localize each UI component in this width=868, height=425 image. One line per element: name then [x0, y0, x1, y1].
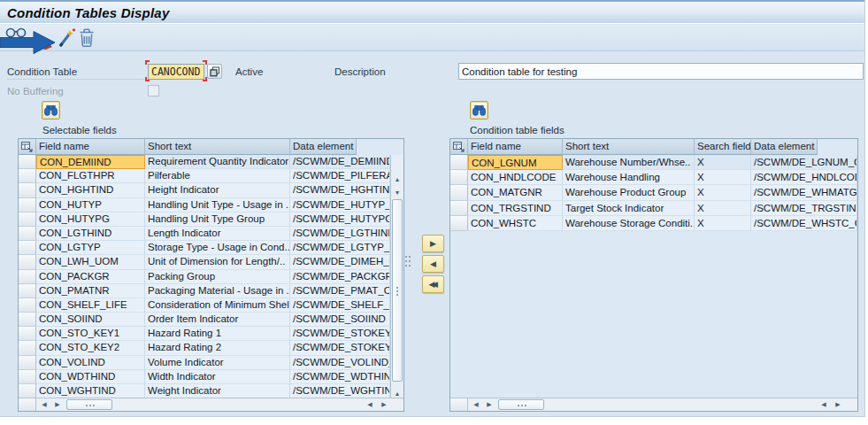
- row-selector-button[interactable]: [19, 169, 36, 183]
- cell-short-text[interactable]: Weight Indicator: [145, 384, 290, 398]
- cell-data-element[interactable]: /SCWM/DE_WGHTIN: [290, 384, 390, 398]
- column-header-search-field[interactable]: Search field: [695, 139, 751, 155]
- cell-field-name[interactable]: CON_HGHTIND: [36, 183, 145, 197]
- cell-data-element[interactable]: /SCWM/DE_WHSTC_CC: [751, 216, 857, 231]
- row-selector-button[interactable]: [19, 313, 36, 327]
- cell-data-element[interactable]: /SCWM/DE_TRGSTIND: [751, 201, 857, 216]
- column-header-field-name[interactable]: Field name: [36, 139, 145, 155]
- cell-short-text[interactable]: Consideration of Minimum Shel..: [145, 298, 290, 313]
- row-selector-button[interactable]: [19, 356, 36, 370]
- cell-short-text[interactable]: Volume Indicator: [145, 356, 290, 370]
- cell-short-text[interactable]: Length Indicator: [145, 227, 290, 241]
- cell-short-text[interactable]: Storage Type - Usage in Cond..: [145, 241, 290, 255]
- left-horizontal-scrollbar[interactable]: ◀ ▶ ◀ ▶: [19, 398, 403, 411]
- cell-field-name[interactable]: CON_STO_KEY2: [36, 341, 145, 355]
- move-left-button[interactable]: ◀: [422, 255, 444, 273]
- find-button-right[interactable]: [470, 101, 488, 120]
- cell-data-element[interactable]: /SCWM/DE_WDTHIN: [290, 370, 390, 384]
- column-header-short-text[interactable]: Short text: [563, 139, 695, 155]
- row-selector-button[interactable]: [19, 212, 36, 227]
- row-selector-button[interactable]: [450, 216, 468, 231]
- cell-data-element[interactable]: /SCWM/DE_SHELF_LI: [290, 298, 390, 313]
- cell-data-element[interactable]: /SCWM/DE_DEMIIND: [290, 155, 390, 169]
- cell-data-element[interactable]: /SCWM/DE_PACKGR_: [290, 270, 390, 284]
- cell-short-text[interactable]: Target Stock Indicator: [563, 201, 695, 216]
- row-selector-button[interactable]: [19, 370, 36, 384]
- horizontal-scroll-thumb[interactable]: [66, 399, 112, 410]
- cell-data-element[interactable]: /SCWM/DE_STOKEY2: [290, 341, 390, 355]
- move-all-left-button[interactable]: ◀◀: [422, 275, 444, 293]
- cell-short-text[interactable]: Handling Unit Type Group: [145, 212, 290, 227]
- cell-field-name[interactable]: CON_HUTYPG: [36, 212, 145, 227]
- cell-field-name[interactable]: CON_LGTHIND: [36, 227, 145, 241]
- cell-data-element[interactable]: /SCWM/DE_HNDLCODE: [751, 170, 857, 185]
- select-all-button[interactable]: [450, 139, 468, 155]
- cell-field-name[interactable]: CON_WHSTC: [468, 216, 563, 231]
- splitter-handle[interactable]: [405, 256, 407, 258]
- no-buffering-checkbox[interactable]: [148, 85, 159, 97]
- left-vertical-scrollbar[interactable]: ▲ ▼ ▲ ▼: [390, 155, 403, 398]
- select-all-button[interactable]: [19, 139, 36, 155]
- cell-field-name[interactable]: CON_LGNUM: [468, 155, 563, 170]
- cell-short-text[interactable]: Packing Group: [145, 270, 290, 284]
- cell-data-element[interactable]: /SCWM/DE_LGNUM_CO: [751, 155, 857, 170]
- cell-data-element[interactable]: /SCWM/DE_PILFERAE: [290, 169, 390, 183]
- cell-field-name[interactable]: CON_FLGTHPR: [36, 169, 145, 183]
- cell-short-text[interactable]: Width Indicator: [145, 370, 290, 384]
- cell-data-element[interactable]: /SCWM/DE_WHMATGR: [751, 185, 857, 200]
- cell-short-text[interactable]: Pilferable: [145, 169, 290, 183]
- cell-field-name[interactable]: CON_HNDLCODE: [468, 170, 563, 185]
- cell-data-element[interactable]: /SCWM/DE_STOKEY1: [290, 327, 390, 341]
- row-selector-button[interactable]: [19, 298, 36, 313]
- cell-data-element[interactable]: /SCWM/DE_PMAT_CC: [290, 284, 390, 298]
- cell-field-name[interactable]: CON_PACKGR: [36, 270, 145, 284]
- row-selector-button[interactable]: [19, 327, 36, 341]
- cell-search-field[interactable]: X: [695, 155, 751, 170]
- cell-search-field[interactable]: X: [695, 216, 751, 231]
- move-right-button[interactable]: ▶: [422, 235, 444, 252]
- row-selector-button[interactable]: [19, 183, 36, 197]
- cell-data-element[interactable]: /SCWM/DE_LGTYP_C: [290, 241, 390, 255]
- cell-search-field[interactable]: X: [695, 185, 751, 200]
- delete-icon[interactable]: [78, 27, 96, 48]
- column-header-data-element[interactable]: Data element: [290, 139, 357, 155]
- row-selector-button[interactable]: [19, 284, 36, 298]
- cell-data-element[interactable]: /SCWM/DE_HUTYPGI: [290, 212, 390, 227]
- row-selector-button[interactable]: [19, 227, 36, 241]
- cell-search-field[interactable]: X: [695, 170, 751, 185]
- scroll-right-button[interactable]: ▶: [832, 398, 844, 411]
- row-selector-button[interactable]: [19, 241, 36, 255]
- cell-short-text[interactable]: Height Indicator: [145, 183, 290, 197]
- cell-field-name[interactable]: CON_DEMIIND: [36, 155, 145, 169]
- modify-icon[interactable]: [57, 27, 76, 49]
- row-selector-button[interactable]: [450, 201, 468, 216]
- cell-field-name[interactable]: CON_LGTYP: [36, 241, 145, 255]
- cell-short-text[interactable]: Packaging Material - Usage in ..: [145, 284, 290, 298]
- column-header-field-name[interactable]: Field name: [468, 139, 563, 155]
- row-selector-button[interactable]: [19, 384, 36, 398]
- cell-short-text[interactable]: Warehouse Number/Whse..: [563, 155, 695, 170]
- cell-field-name[interactable]: CON_SHELF_LIFE: [36, 298, 145, 313]
- cell-field-name[interactable]: CON_PMATNR: [36, 284, 145, 298]
- row-selector-button[interactable]: [19, 155, 36, 169]
- cell-field-name[interactable]: CON_SOIIND: [36, 313, 145, 327]
- scroll-left-button[interactable]: ◀: [38, 398, 50, 411]
- cell-data-element[interactable]: /SCWM/DE_HGHTINI: [290, 183, 390, 197]
- cell-field-name[interactable]: CON_TRGSTIND: [468, 201, 563, 216]
- cell-data-element[interactable]: /SCWM/DE_VOLIND_: [290, 356, 390, 370]
- cell-data-element[interactable]: /SCWM/DE_SOIIND: [290, 313, 390, 327]
- cell-short-text[interactable]: Hazard Rating 1: [145, 327, 290, 341]
- row-selector-button[interactable]: [450, 155, 468, 170]
- description-input[interactable]: [458, 63, 864, 80]
- row-selector-button[interactable]: [450, 185, 468, 200]
- cell-short-text[interactable]: Unit of Dimension for Length/..: [145, 255, 290, 269]
- scroll-left-button[interactable]: ◀: [470, 398, 482, 411]
- cell-short-text[interactable]: Handling Unit Type - Usage in ..: [145, 198, 290, 212]
- row-selector-button[interactable]: [19, 255, 36, 269]
- cell-short-text[interactable]: Warehouse Product Group: [563, 185, 695, 200]
- cell-data-element[interactable]: /SCWM/DE_LGTHIND: [290, 227, 390, 241]
- clipboard-icon[interactable]: [207, 64, 222, 79]
- scroll-left-button[interactable]: ◀: [364, 398, 376, 411]
- cell-short-text[interactable]: Warehouse Storage Conditi..: [563, 216, 695, 231]
- scroll-right-button[interactable]: ▶: [483, 398, 495, 411]
